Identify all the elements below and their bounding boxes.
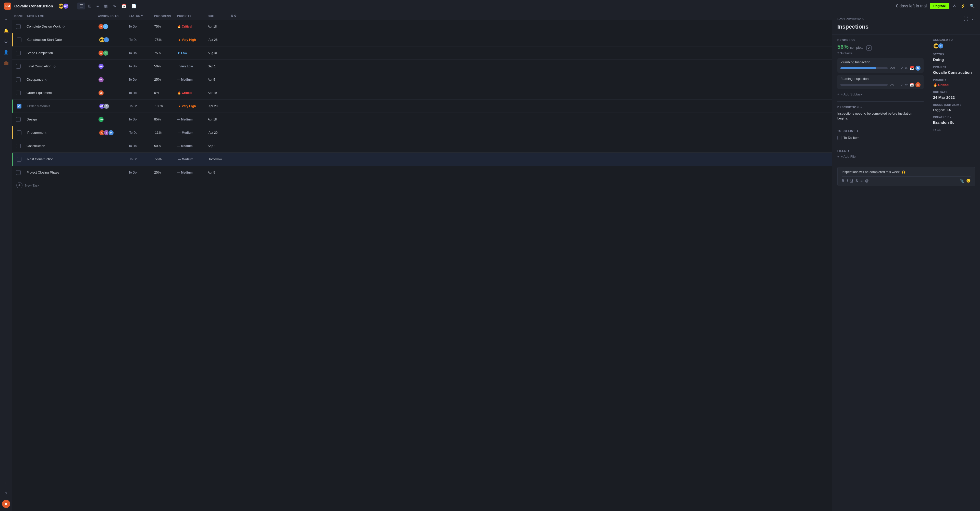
eye-icon[interactable]: 👁 [951,3,958,10]
assigned-avatar-p: P [938,43,944,49]
todo-checkbox[interactable] [837,136,842,140]
due-cell: Apr 20 [207,131,229,135]
sidebar-item-users[interactable]: 👤 [2,48,11,57]
add-file-button[interactable]: + + Add File [837,155,924,159]
due-date-value[interactable]: 24 Mar 2022 [933,95,976,100]
done-checkbox[interactable] [16,117,21,122]
table-row[interactable]: Project Closing Phase To Do 25% — Medium… [12,166,832,179]
sidebar-user-avatar[interactable]: B [2,500,10,508]
comment-text[interactable]: Inspections will be completed this week!… [842,170,970,174]
priority-cell: 🔥 Critical [175,91,206,95]
view-gantt-icon[interactable]: ∿ [111,3,118,10]
add-task-icon[interactable]: + [16,182,22,188]
list-button[interactable]: ≡ [860,179,862,183]
table-row[interactable]: Design JW To Do 85% — Medium Apr 18 [12,113,832,126]
task-name: Construction Start Date [27,38,62,41]
emoji-icon[interactable]: 🙂 [966,179,970,183]
progress-cell: 25% [152,170,175,174]
expand-icon[interactable]: ⛶ [964,16,968,22]
status-value[interactable]: Doing [933,57,976,62]
th-status[interactable]: STATUS ▾ [127,14,152,18]
more-icon[interactable]: ⋯ [970,16,975,22]
th-task-name[interactable]: TASK NAME [24,14,96,18]
done-checkbox[interactable] [17,157,21,162]
priority-section: PRIORITY 🔥 Critical [933,79,976,87]
edit-icon[interactable]: ✏ [905,66,908,70]
calendar-icon[interactable]: 📅 [910,66,914,70]
progress-value: 50% [154,144,161,148]
priority-badge: — Medium [177,144,204,148]
table-row[interactable]: Complete Design Work ◇ A L To Do 75% 🔥 C… [12,20,832,33]
hours-label: HOURS (SUMMARY) [933,103,976,107]
progress-value: 75% [154,24,161,28]
attachment-icon[interactable]: 📎 [960,179,964,183]
done-checkbox[interactable] [16,91,21,95]
sidebar-item-home[interactable]: ⌂ [2,15,11,24]
table-row[interactable]: Occupancy ◇ MC To Do 25% — Medium Apr 5 [12,73,832,86]
done-checkbox[interactable] [16,24,21,29]
files-toggle[interactable]: FILES ▾ [837,149,924,153]
progress-check-icon[interactable]: ✓ [866,45,872,51]
add-subtask-button[interactable]: + + Add Subtask [837,91,924,97]
search-icon[interactable]: 🔍 [969,3,976,10]
upgrade-button[interactable]: Upgrade [930,3,950,9]
avatar: N [103,50,109,56]
priority-cell: ▲ Very High [176,38,207,41]
done-checkbox[interactable]: ✓ [17,104,21,108]
view-calendar-icon[interactable]: 📅 [119,3,128,10]
priority-value[interactable]: 🔥 Critical [933,83,976,87]
strikethrough-button[interactable]: S [856,179,858,183]
done-checkbox[interactable] [16,77,21,82]
sidebar-item-projects[interactable]: 💼 [2,58,11,67]
progress-cell: 50% [152,64,175,68]
done-checkbox[interactable] [17,131,21,135]
view-table-icon[interactable]: ▦ [102,3,110,10]
done-cell [13,131,25,135]
th-priority: PRIORITY [175,14,206,18]
table-row[interactable]: Order Equipment SS To Do 0% 🔥 Critical A… [12,86,832,100]
table-row[interactable]: ✓ Order Materials GP S To Do 100% ▲ Very… [12,100,832,113]
done-checkbox[interactable] [16,170,21,175]
sidebar-item-time[interactable]: ⏱ [2,37,11,46]
task-name: Final Completion [27,64,52,68]
view-docs-icon[interactable]: 📄 [129,3,138,10]
new-task-row[interactable]: + New Task [12,179,832,191]
calendar-icon[interactable]: 📅 [910,83,914,87]
status-badge: To Do [129,25,137,28]
view-list-icon[interactable]: ☰ [77,3,85,10]
th-actions[interactable]: ⇅ ⚙ [229,14,242,18]
th-progress: PROGRESS [152,14,175,18]
view-timeline-icon[interactable]: ≡ [94,3,101,10]
due-cell: Apr 20 [207,104,229,108]
sidebar-add-button[interactable]: + [2,478,11,487]
bold-button[interactable]: B [842,179,844,183]
table-row[interactable]: Final Completion ◇ GP To Do 50% ↓ Very L… [12,60,832,73]
assigned-cell: A N [96,50,127,56]
status-badge: To Do [129,78,137,81]
done-checkbox[interactable] [16,144,21,148]
table-row[interactable]: Post Construction To Do 56% — Medium Tom… [12,153,832,166]
description-toggle[interactable]: DESCRIPTION ▾ [837,106,924,109]
project-label: PROJECT [933,66,976,68]
done-checkbox[interactable] [16,64,21,68]
underline-button[interactable]: U [850,179,853,183]
filter-icon[interactable]: ⚡ [959,3,967,10]
table-row[interactable]: Procurement A B P To Do 11% — Medium Apr… [12,126,832,139]
edit-icon[interactable]: ✏ [905,83,908,87]
content-area: DONE TASK NAME ASSIGNED TO STATUS ▾ PROG… [12,12,980,511]
table-row[interactable]: Construction To Do 50% — Medium Sep 1 [12,139,832,153]
view-board-icon[interactable]: ⊞ [86,3,94,10]
sidebar-help-button[interactable]: ? [2,489,11,498]
sidebar-item-notifications[interactable]: 🔔 [2,26,11,35]
check-icon[interactable]: ✓ [900,83,904,87]
done-checkbox[interactable] [17,38,21,42]
table-row[interactable]: Stage Completion A N To Do 75% ▼ Low Aug… [12,46,832,60]
mention-button[interactable]: @ [865,179,869,183]
table-row[interactable]: Construction Start Date DH P To Do 75% ▲… [12,33,832,46]
done-cell [12,170,24,175]
italic-button[interactable]: I [847,179,848,183]
done-checkbox[interactable] [16,51,21,56]
files-label: FILES [837,149,846,152]
check-icon[interactable]: ✓ [900,66,904,70]
todo-toggle[interactable]: TO DO LIST ▾ [837,129,924,133]
